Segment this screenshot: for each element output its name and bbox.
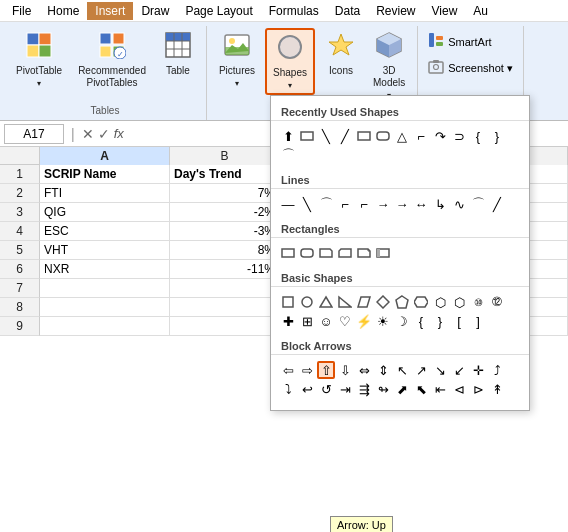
- confirm-icon[interactable]: ✓: [98, 126, 110, 142]
- rect-snip2[interactable]: [336, 244, 354, 262]
- shape-rect3[interactable]: [374, 127, 392, 145]
- rect-rounded[interactable]: [298, 244, 316, 262]
- 3d-models-button[interactable]: 3DModels ▾: [367, 28, 411, 103]
- shape-line1[interactable]: ╲: [317, 127, 335, 145]
- line-diag2[interactable]: ╱: [488, 195, 506, 213]
- shape-bracket-r[interactable]: ]: [469, 312, 487, 330]
- shape-circle[interactable]: [298, 293, 316, 311]
- cell-b4[interactable]: -3%: [170, 222, 280, 241]
- shape-pentagon[interactable]: [393, 293, 411, 311]
- shapes-button[interactable]: Shapes ▾: [265, 28, 315, 95]
- screenshot-button[interactable]: Screenshot ▾: [424, 57, 517, 80]
- block-arrow-extra1[interactable]: ⇤: [431, 380, 449, 398]
- menu-insert[interactable]: Insert: [87, 2, 133, 20]
- smartart-button[interactable]: SmartArt: [424, 30, 517, 53]
- block-arrow-right[interactable]: ⇨: [298, 361, 316, 379]
- block-arrow-left[interactable]: ⇦: [279, 361, 297, 379]
- menu-data[interactable]: Data: [327, 2, 368, 20]
- line-arrow2[interactable]: →: [393, 195, 411, 213]
- shape-right-tri[interactable]: [336, 293, 354, 311]
- cell-b3[interactable]: -2%: [170, 203, 280, 222]
- shape-lightning[interactable]: ⚡: [355, 312, 373, 330]
- block-arrow-dl[interactable]: ↙: [450, 361, 468, 379]
- shape-rect2[interactable]: [355, 127, 373, 145]
- col-header-b[interactable]: B: [170, 147, 280, 165]
- block-arrow-quad[interactable]: ✛: [469, 361, 487, 379]
- shape-smiley[interactable]: ☺: [317, 312, 335, 330]
- rect-snip1[interactable]: [317, 244, 335, 262]
- shape-up-arrow-recent[interactable]: ⬆: [279, 127, 297, 145]
- cell-a4[interactable]: ESC: [40, 222, 170, 241]
- line-elbow1[interactable]: ⌐: [336, 195, 354, 213]
- cell-b6[interactable]: -11%: [170, 260, 280, 279]
- menu-view[interactable]: View: [424, 2, 466, 20]
- menu-home[interactable]: Home: [39, 2, 87, 20]
- rect-stripe[interactable]: [374, 244, 392, 262]
- line-arrow1[interactable]: →: [374, 195, 392, 213]
- block-arrow-lr[interactable]: ⇔: [355, 361, 373, 379]
- shape-cross[interactable]: ✚: [279, 312, 297, 330]
- shape-brace-l[interactable]: {: [412, 312, 430, 330]
- block-arrow-extra3[interactable]: ⊳: [469, 380, 487, 398]
- cell-a8[interactable]: [40, 298, 170, 317]
- block-arrow-s1[interactable]: ⬈: [393, 380, 411, 398]
- shape-rect1[interactable]: [298, 127, 316, 145]
- shape-heart[interactable]: ♡: [336, 312, 354, 330]
- menu-page-layout[interactable]: Page Layout: [177, 2, 260, 20]
- rect-basic[interactable]: [279, 244, 297, 262]
- shape-corner[interactable]: ⌐: [412, 127, 430, 145]
- rect-fold[interactable]: [355, 244, 373, 262]
- block-arrow-uturn[interactable]: ↩: [298, 380, 316, 398]
- cell-a3[interactable]: QIG: [40, 203, 170, 222]
- shape-brace2[interactable]: }: [488, 127, 506, 145]
- cell-b7[interactable]: [170, 279, 280, 298]
- cell-b8[interactable]: [170, 298, 280, 317]
- cell-b5[interactable]: 8%: [170, 241, 280, 260]
- block-arrow-notch[interactable]: ⇥: [336, 380, 354, 398]
- shape-bracket-l[interactable]: [: [450, 312, 468, 330]
- shape-hexagon[interactable]: [412, 293, 430, 311]
- cell-b9[interactable]: [170, 317, 280, 336]
- block-arrow-down[interactable]: ⇩: [336, 361, 354, 379]
- line-zigzag[interactable]: ⌒: [317, 195, 335, 213]
- pictures-button[interactable]: Pictures ▾: [213, 28, 261, 91]
- cell-a5[interactable]: VHT: [40, 241, 170, 260]
- shape-line2[interactable]: ╱: [336, 127, 354, 145]
- menu-review[interactable]: Review: [368, 2, 423, 20]
- block-arrow-ul[interactable]: ↖: [393, 361, 411, 379]
- cell-a2[interactable]: FTI: [40, 184, 170, 203]
- pivot-table-button[interactable]: PivotTable ▾: [10, 28, 68, 91]
- icons-button[interactable]: Icons: [319, 28, 363, 80]
- block-arrow-stripe[interactable]: ⇶: [355, 380, 373, 398]
- block-arrow-ur[interactable]: ↗: [412, 361, 430, 379]
- menu-formulas[interactable]: Formulas: [261, 2, 327, 20]
- line-dbl-arrow[interactable]: ↔: [412, 195, 430, 213]
- block-arrow-up[interactable]: ⇧: [317, 361, 335, 379]
- block-arrow-extra2[interactable]: ⊲: [450, 380, 468, 398]
- shape-heptagon[interactable]: ⬡: [431, 293, 449, 311]
- line-curve2[interactable]: ∿: [450, 195, 468, 213]
- line-diag1[interactable]: ╲: [298, 195, 316, 213]
- shape-tri1[interactable]: △: [393, 127, 411, 145]
- line-elbow3[interactable]: ↳: [431, 195, 449, 213]
- shape-brace-r[interactable]: }: [431, 312, 449, 330]
- shape-num10[interactable]: ⑩: [469, 293, 487, 311]
- menu-file[interactable]: File: [4, 2, 39, 20]
- recommended-pivot-button[interactable]: ✓ RecommendedPivotTables: [72, 28, 152, 92]
- cell-a1[interactable]: SCRIP Name: [40, 165, 170, 184]
- cell-b1[interactable]: Day's Trend: [170, 165, 280, 184]
- block-arrow-curve[interactable]: ↬: [374, 380, 392, 398]
- cancel-icon[interactable]: ✕: [82, 126, 94, 142]
- shape-curve1[interactable]: ⊃: [450, 127, 468, 145]
- menu-more[interactable]: Au: [465, 2, 496, 20]
- block-arrow-ud[interactable]: ⇕: [374, 361, 392, 379]
- cell-a9[interactable]: [40, 317, 170, 336]
- shape-s-curve[interactable]: ⌒: [279, 146, 297, 164]
- cell-b2[interactable]: 7%: [170, 184, 280, 203]
- shape-curve-arrow[interactable]: ↷: [431, 127, 449, 145]
- shape-moon[interactable]: ☽: [393, 312, 411, 330]
- table-button[interactable]: Table: [156, 28, 200, 80]
- shape-square[interactable]: [279, 293, 297, 311]
- block-arrow-dr[interactable]: ↘: [431, 361, 449, 379]
- block-arrow-extra4[interactable]: ↟: [488, 380, 506, 398]
